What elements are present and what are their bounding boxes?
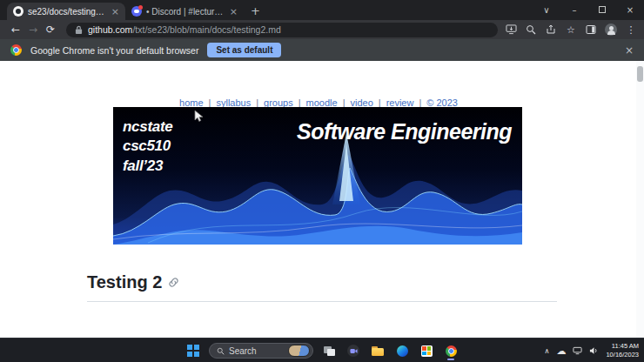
tray-chevron-up-icon[interactable]: ∧: [545, 347, 550, 355]
set-as-default-button[interactable]: Set as default: [207, 43, 281, 57]
new-tab-button[interactable]: +: [251, 4, 260, 17]
chrome-taskbar-icon: [446, 345, 457, 357]
search-highlight-thumbnail[interactable]: [288, 345, 310, 357]
zoom-icon[interactable]: [525, 23, 537, 36]
banner-course-title: Software Engineering: [297, 119, 512, 144]
page-title: Testing 2: [87, 272, 179, 292]
edge-button[interactable]: [393, 340, 411, 361]
share-icon[interactable]: [545, 23, 557, 36]
banner-line-2: csc510: [123, 137, 172, 156]
active-app-indicator: [447, 359, 454, 360]
default-browser-infobar: Google Chrome isn't your default browser…: [0, 39, 644, 61]
tab-title: • Discord | #lectures | se23: [146, 7, 225, 17]
heading-text: Testing 2: [87, 272, 162, 292]
windows-logo-icon: [187, 345, 199, 357]
tab-github[interactable]: se23/docs/testing2.md at main ×: [7, 3, 125, 20]
window-controls: ∨ – ×: [533, 0, 644, 20]
minimize-button[interactable]: –: [560, 5, 588, 15]
infobar-message: Google Chrome isn't your default browser: [30, 45, 198, 56]
infobar-close-icon[interactable]: ×: [625, 44, 634, 57]
chrome-button[interactable]: [442, 340, 460, 361]
search-icon: [217, 347, 225, 355]
volume-icon[interactable]: [589, 343, 599, 359]
github-favicon-icon: [13, 6, 23, 17]
start-button[interactable]: [184, 340, 202, 361]
back-button[interactable]: ←: [7, 23, 24, 36]
menu-kebab-icon[interactable]: ⋮: [625, 23, 637, 36]
course-banner-image: ncstate csc510 fall’23 Software Engineer…: [113, 107, 522, 245]
forward-button: →: [24, 23, 42, 36]
taskbar-center-icons: Search: [184, 339, 460, 362]
file-explorer-button[interactable]: [369, 340, 386, 361]
system-tray: ∧ ☁ 11:45 AM 10/16/2023: [545, 339, 639, 362]
github-preview-content: home|syllabus|groups|moodle|video|review…: [0, 61, 644, 338]
address-bar[interactable]: github.com/txt/se23/blob/main/docs/testi…: [66, 23, 498, 37]
discord-favicon-icon: [131, 6, 142, 17]
banner-line-1: ncstate: [123, 117, 172, 137]
lock-icon: [75, 25, 83, 35]
chat-camera-icon: [347, 345, 359, 357]
mouse-cursor: [194, 110, 205, 123]
profile-avatar[interactable]: [605, 23, 617, 36]
side-panel-icon[interactable]: [585, 23, 597, 36]
url-path: /txt/se23/blob/main/docs/testing2.md: [132, 24, 280, 35]
task-view-icon: [324, 346, 335, 356]
scrollbar-thumb[interactable]: [637, 66, 643, 82]
tab-close-icon[interactable]: ×: [111, 6, 119, 17]
reload-button[interactable]: ⟳: [42, 23, 59, 36]
network-icon[interactable]: [573, 343, 582, 359]
task-view-button[interactable]: [320, 340, 338, 361]
heading-divider: [87, 301, 557, 302]
toolbar-icons: ☆ ⋮: [505, 23, 637, 36]
bookmark-star-icon[interactable]: ☆: [565, 23, 577, 36]
onedrive-cloud-icon[interactable]: ☁: [556, 345, 566, 357]
search-label: Search: [229, 346, 257, 356]
url-domain: github.com: [88, 24, 132, 35]
clock-time: 11:45 AM: [606, 342, 639, 351]
chrome-logo-icon: [10, 44, 22, 56]
tab-search-icon[interactable]: ∨: [533, 5, 560, 15]
taskbar-clock[interactable]: 11:45 AM 10/16/2023: [606, 342, 639, 359]
file-explorer-icon: [372, 346, 384, 356]
page-scrollbar[interactable]: [636, 61, 644, 338]
microsoft-store-button[interactable]: [418, 340, 435, 361]
clock-date: 10/16/2023: [606, 351, 639, 359]
banner-line-3: fall’23: [123, 157, 172, 176]
maximize-icon: [599, 6, 606, 13]
browser-toolbar: ← → ⟳ github.com/txt/se23/blob/main/docs…: [0, 20, 644, 39]
install-page-icon[interactable]: [505, 23, 517, 36]
tab-title: se23/docs/testing2.md at main: [28, 7, 107, 17]
close-window-button[interactable]: ×: [616, 5, 644, 15]
chat-button[interactable]: [345, 340, 362, 361]
maximize-button[interactable]: [588, 5, 616, 15]
browser-tab-strip: se23/docs/testing2.md at main × • Discor…: [0, 0, 644, 20]
anchor-link-icon[interactable]: [168, 277, 179, 288]
taskbar-search[interactable]: Search: [209, 343, 313, 359]
windows-taskbar: Search ∧ ☁: [0, 338, 644, 362]
edge-icon: [397, 345, 408, 357]
microsoft-store-icon: [421, 345, 433, 357]
tab-close-icon[interactable]: ×: [230, 6, 238, 17]
banner-course-id: ncstate csc510 fall’23: [123, 117, 172, 176]
tab-discord[interactable]: • Discord | #lectures | se23 ×: [125, 3, 244, 20]
url-text: github.com/txt/se23/blob/main/docs/testi…: [88, 24, 281, 35]
